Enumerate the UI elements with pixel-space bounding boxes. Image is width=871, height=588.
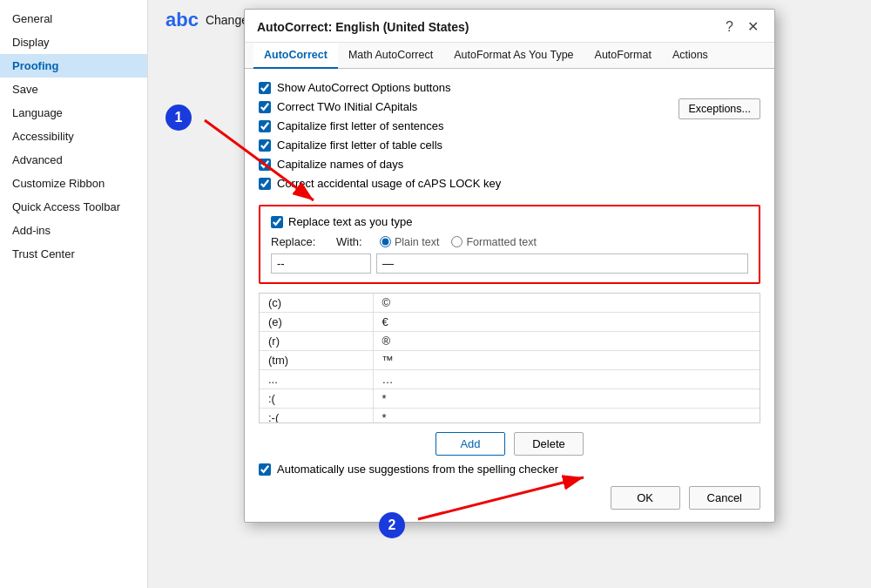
add-button[interactable]: Add xyxy=(436,432,505,456)
plain-text-radio[interactable] xyxy=(380,236,391,247)
correct-caps-lock-checkbox[interactable] xyxy=(259,178,271,190)
capitalize-names-of-days-label: Capitalize names of days xyxy=(277,158,403,171)
table-row[interactable]: :(* xyxy=(260,389,760,409)
tab-autocorrect[interactable]: AutoCorrect xyxy=(253,43,338,69)
ok-button[interactable]: OK xyxy=(611,486,680,510)
plain-text-label: Plain text xyxy=(395,236,439,248)
tab-math-autocorrect[interactable]: Math AutoCorrect xyxy=(338,43,443,69)
ok-cancel-row: OK Cancel xyxy=(259,486,760,510)
checkbox-capitalize-names-of-days: Capitalize names of days xyxy=(259,158,679,171)
capitalize-first-letter-checkbox[interactable] xyxy=(259,120,271,132)
to-cell: * xyxy=(373,409,760,424)
sidebar-item-accessibility[interactable]: Accessibility xyxy=(0,125,147,148)
formatted-text-label: Formatted text xyxy=(466,236,537,248)
replace-inputs-row xyxy=(271,253,748,274)
main-area: abc Change how Word corrects and formats… xyxy=(148,0,871,588)
to-cell: * xyxy=(373,389,760,409)
checkbox-capitalize-table-cells: Capitalize first letter of table cells xyxy=(259,139,679,152)
exceptions-button[interactable]: Exceptions... xyxy=(679,98,760,119)
correct-two-initials-label: Correct TWo INitial CApitals xyxy=(277,100,417,113)
radio-group: Plain text Formatted text xyxy=(380,236,537,248)
sidebar-item-customize-ribbon[interactable]: Customize Ribbon xyxy=(0,172,147,195)
table-row[interactable]: (c)© xyxy=(260,294,760,313)
to-cell: € xyxy=(373,313,760,332)
correct-two-initials-checkbox[interactable] xyxy=(259,101,271,113)
sidebar: General Display Proofing Save Language A… xyxy=(0,0,148,588)
sidebar-item-general[interactable]: General xyxy=(0,7,147,30)
delete-button[interactable]: Delete xyxy=(514,432,584,456)
checkbox-show-autocorrect: Show AutoCorrect Options buttons xyxy=(259,81,679,94)
tab-actions[interactable]: Actions xyxy=(662,43,719,69)
replace-header: Replace text as you type xyxy=(271,215,748,228)
sidebar-item-quick-access-toolbar[interactable]: Quick Access Toolbar xyxy=(0,195,147,219)
to-cell: … xyxy=(373,370,760,389)
ac-table-container: (c)© (e)€ (r)® (tm)™ ...… :(* :-(* xyxy=(259,293,760,423)
from-cell: :-( xyxy=(260,409,373,424)
annotation-1: 1 xyxy=(165,105,192,131)
dialog-body: Show AutoCorrect Options buttons Correct… xyxy=(245,69,774,522)
exceptions-area: Exceptions... xyxy=(679,81,760,119)
replace-fields-row: Replace: With: Plain text Formatted text xyxy=(271,235,748,248)
show-autocorrect-label: Show AutoCorrect Options buttons xyxy=(277,81,450,94)
table-row[interactable]: (r)® xyxy=(260,332,760,351)
sidebar-item-save[interactable]: Save xyxy=(0,78,147,101)
close-button[interactable]: ✕ xyxy=(744,18,762,35)
to-cell: ® xyxy=(373,332,760,351)
dialog-title: AutoCorrect: English (United States) xyxy=(257,20,469,34)
sidebar-item-proofing[interactable]: Proofing xyxy=(0,54,147,78)
sidebar-item-trust-center[interactable]: Trust Center xyxy=(0,242,147,266)
dialog-title-bar: AutoCorrect: English (United States) ? ✕ xyxy=(245,10,774,43)
from-cell: ... xyxy=(260,370,373,389)
checks-col: Show AutoCorrect Options buttons Correct… xyxy=(259,81,679,196)
replace-text-checkbox[interactable] xyxy=(271,216,283,228)
dialog-backdrop: AutoCorrect: English (United States) ? ✕… xyxy=(148,0,871,588)
from-cell: (c) xyxy=(260,294,373,313)
autocorrect-dialog: AutoCorrect: English (United States) ? ✕… xyxy=(244,9,775,523)
capitalize-names-of-days-checkbox[interactable] xyxy=(259,159,271,171)
from-cell: (e) xyxy=(260,313,373,332)
from-cell: :( xyxy=(260,389,373,409)
help-button[interactable]: ? xyxy=(722,19,737,35)
replace-text-label: Replace text as you type xyxy=(288,215,412,228)
sidebar-item-display[interactable]: Display xyxy=(0,30,147,54)
replace-section: Replace text as you type Replace: With: … xyxy=(259,205,760,284)
replace-label: Replace: xyxy=(271,235,336,248)
sidebar-item-advanced[interactable]: Advanced xyxy=(0,148,147,172)
with-label: With: xyxy=(336,235,380,248)
annotation-2: 2 xyxy=(379,512,405,538)
capitalize-table-cells-label: Capitalize first letter of table cells xyxy=(277,139,442,152)
table-row[interactable]: :-(* xyxy=(260,409,760,424)
from-cell: (r) xyxy=(260,332,373,351)
radio-formatted-text: Formatted text xyxy=(451,236,537,248)
dialog-tabs: AutoCorrect Math AutoCorrect AutoFormat … xyxy=(245,43,774,69)
replace-from-input[interactable] xyxy=(271,253,371,274)
auto-suggest-row: Automatically use suggestions from the s… xyxy=(259,463,760,476)
auto-suggest-checkbox[interactable] xyxy=(259,463,271,476)
table-row[interactable]: (e)€ xyxy=(260,313,760,332)
to-cell: ™ xyxy=(373,351,760,370)
correct-caps-lock-label: Correct accidental usage of cAPS LOCK ke… xyxy=(277,177,501,190)
dialog-title-icons: ? ✕ xyxy=(722,18,762,35)
tab-autoformat-as-you-type[interactable]: AutoFormat As You Type xyxy=(443,43,584,69)
show-autocorrect-checkbox[interactable] xyxy=(259,82,271,94)
replace-to-input[interactable] xyxy=(376,253,748,274)
cancel-button[interactable]: Cancel xyxy=(689,486,760,510)
auto-suggest-label: Automatically use suggestions from the s… xyxy=(277,463,558,476)
capitalize-table-cells-checkbox[interactable] xyxy=(259,139,271,152)
capitalize-first-letter-label: Capitalize first letter of sentences xyxy=(277,119,443,132)
to-cell: © xyxy=(373,294,760,313)
tab-autoformat[interactable]: AutoFormat xyxy=(584,43,662,69)
top-checks-area: Show AutoCorrect Options buttons Correct… xyxy=(259,81,760,196)
table-row[interactable]: ...… xyxy=(260,370,760,389)
from-cell: (tm) xyxy=(260,351,373,370)
checkbox-capitalize-first-letter: Capitalize first letter of sentences xyxy=(259,119,679,132)
formatted-text-radio[interactable] xyxy=(451,236,463,247)
radio-plain-text: Plain text xyxy=(380,236,439,248)
sidebar-item-add-ins[interactable]: Add-ins xyxy=(0,219,147,242)
checkbox-correct-caps-lock: Correct accidental usage of cAPS LOCK ke… xyxy=(259,177,679,190)
sidebar-item-language[interactable]: Language xyxy=(0,101,147,125)
table-row[interactable]: (tm)™ xyxy=(260,351,760,370)
add-delete-row: Add Delete xyxy=(259,432,760,456)
checkbox-correct-two-initials: Correct TWo INitial CApitals xyxy=(259,100,679,113)
ac-table: (c)© (e)€ (r)® (tm)™ ...… :(* :-(* xyxy=(260,294,760,423)
